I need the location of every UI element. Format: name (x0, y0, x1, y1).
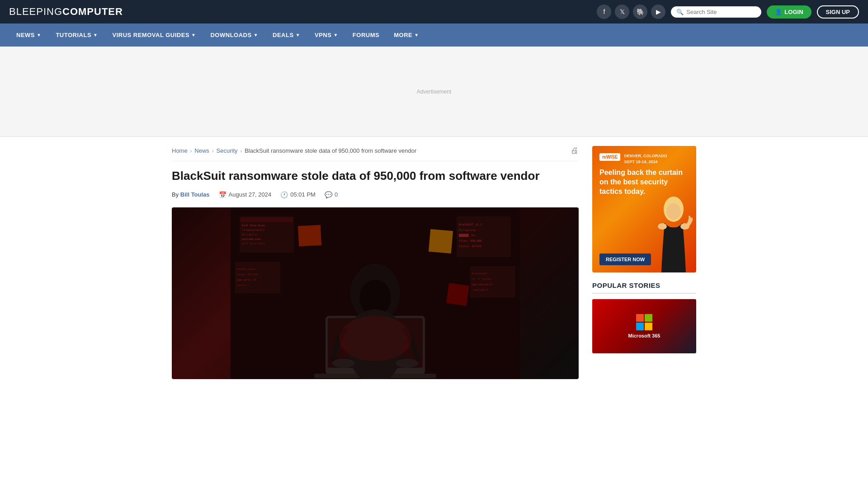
nav-deals-arrow: ▼ (296, 33, 300, 38)
comments-link[interactable]: 0 (335, 191, 338, 198)
facebook-icon[interactable]: f (597, 5, 611, 19)
breadcrumb-sep-1: › (190, 148, 192, 154)
popular-stories-title: POPULAR STORIES (592, 282, 696, 294)
header-right: f 𝕏 🐘 ▶ 🔍 👤 LOGIN SIGN UP (597, 5, 859, 19)
breadcrumb-links: Home › News › Security › BlackSuit ranso… (172, 147, 416, 154)
signup-button[interactable]: SIGN UP (817, 5, 859, 19)
nav-more[interactable]: MORE ▼ (387, 23, 426, 47)
popular-stories: POPULAR STORIES Microsoft 365 (592, 282, 696, 353)
ad-logo: mWISE (599, 153, 620, 161)
sidebar-advertisement: mWISE DENVER, COLORADO SEPT 18-19, 2024 … (592, 146, 696, 272)
calendar-icon: 📅 (219, 191, 226, 198)
breadcrumb-sep-2: › (212, 148, 214, 154)
microsoft365-logo: Microsoft 365 (628, 314, 660, 338)
nav-vpns[interactable]: VPNS ▼ (307, 23, 345, 47)
ms-red-square (636, 314, 644, 322)
login-button[interactable]: 👤 LOGIN (767, 5, 811, 19)
author-link[interactable]: Bill Toulas (180, 191, 210, 198)
nav-vpns-arrow: ▼ (333, 33, 338, 38)
nav-deals[interactable]: DEALS ▼ (265, 23, 307, 47)
logo-bold-text: COMPUTER (62, 6, 123, 17)
search-icon: 🔍 (676, 9, 684, 15)
nav-tutorials-arrow: ▼ (93, 33, 98, 38)
breadcrumb-sep-3: › (241, 148, 242, 154)
nav-news[interactable]: NEWS ▼ (9, 23, 48, 47)
article-author: By Bill Toulas (172, 191, 210, 198)
svg-rect-40 (231, 207, 520, 379)
clock-icon: 🕐 (280, 191, 288, 198)
main-nav: NEWS ▼ TUTORIALS ▼ VIRUS REMOVAL GUIDES … (0, 23, 868, 47)
print-icon[interactable]: 🖨 (571, 146, 579, 155)
ad-woman-figure (653, 196, 694, 272)
social-icons-group: f 𝕏 🐘 ▶ (597, 5, 665, 19)
ms-yellow-square (645, 323, 652, 330)
ad-banner: Advertisement (0, 47, 868, 137)
breadcrumb-current: BlackSuit ransomware stole data of 950,0… (245, 147, 416, 154)
search-input[interactable] (686, 9, 756, 15)
signup-label: SIGN UP (826, 9, 850, 15)
article-time: 🕐 05:01 PM (280, 191, 316, 198)
sidebar: mWISE DENVER, COLORADO SEPT 18-19, 2024 … (592, 146, 696, 379)
nav-downloads-arrow: ▼ (254, 33, 258, 38)
nav-news-arrow: ▼ (37, 33, 41, 38)
popular-story-image[interactable]: Microsoft 365 (592, 299, 696, 353)
svg-point-43 (658, 223, 667, 230)
breadcrumb-security[interactable]: Security (217, 147, 238, 154)
youtube-icon[interactable]: ▶ (651, 5, 665, 19)
article-date: 📅 August 27, 2024 (219, 191, 272, 198)
ms365-label: Microsoft 365 (628, 333, 660, 338)
mastodon-icon[interactable]: 🐘 (633, 5, 647, 19)
nav-more-arrow: ▼ (414, 33, 419, 38)
ad-location: DENVER, COLORADO SEPT 18-19, 2024 (624, 153, 667, 164)
breadcrumb-home[interactable]: Home (172, 147, 188, 154)
twitter-icon[interactable]: 𝕏 (615, 5, 629, 19)
site-logo[interactable]: BLEEPINGCOMPUTER (9, 6, 123, 18)
nav-virus-removal[interactable]: VIRUS REMOVAL GUIDES ▼ (105, 23, 203, 47)
search-bar: 🔍 (671, 6, 761, 18)
ad-cta-button[interactable]: REGISTER NOW (599, 253, 651, 265)
breadcrumb: Home › News › Security › BlackSuit ranso… (172, 146, 579, 161)
article-hero-image: 0x4f 0x2e 0x1a if(data==null) encrypt();… (172, 207, 579, 379)
article-title: BlackSuit ransomware stole data of 950,0… (172, 169, 579, 184)
main-container: Home › News › Security › BlackSuit ranso… (163, 137, 705, 388)
user-icon: 👤 (775, 9, 782, 15)
comment-icon: 💬 (325, 191, 332, 198)
svg-point-42 (666, 203, 681, 220)
nav-forums[interactable]: FORUMS (345, 23, 387, 47)
ad-logo-area: mWISE DENVER, COLORADO SEPT 18-19, 2024 (599, 153, 689, 164)
logo-light-text: BLEEPING (9, 6, 62, 17)
nav-virus-arrow: ▼ (191, 33, 196, 38)
content-area: Home › News › Security › BlackSuit ranso… (172, 146, 579, 379)
site-header: BLEEPINGCOMPUTER f 𝕏 🐘 ▶ 🔍 👤 LOGIN SIGN … (0, 0, 868, 23)
login-label: LOGIN (784, 9, 803, 15)
nav-downloads[interactable]: DOWNLOADS ▼ (203, 23, 265, 47)
nav-tutorials[interactable]: TUTORIALS ▼ (48, 23, 105, 47)
ms-green-square (645, 314, 652, 322)
article-meta: By Bill Toulas 📅 August 27, 2024 🕐 05:01… (172, 191, 579, 198)
hero-svg: 0x4f 0x2e 0x1a if(data==null) encrypt();… (172, 207, 579, 379)
ms-blue-square (636, 323, 644, 330)
article-comments: 💬 0 (325, 191, 338, 198)
breadcrumb-news[interactable]: News (194, 147, 209, 154)
